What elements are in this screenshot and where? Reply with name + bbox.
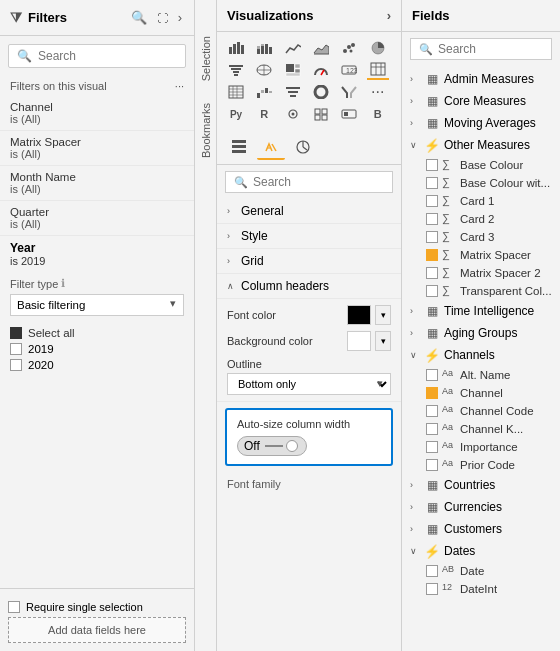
- format-grid[interactable]: › Grid: [217, 249, 401, 274]
- viz-icon-donut[interactable]: [310, 82, 332, 102]
- tree-item-transparent[interactable]: ∑ Transparent Col...: [402, 282, 560, 300]
- auto-size-toggle[interactable]: Off: [237, 436, 307, 456]
- filters-search-icon[interactable]: 🔍: [129, 8, 149, 27]
- filters-expand-icon[interactable]: ⛶: [155, 10, 170, 26]
- tree-group-core-header[interactable]: › ▦ Core Measures: [402, 90, 560, 112]
- bg-color-dropdown[interactable]: ▾: [375, 331, 391, 351]
- tree-group-channels-header[interactable]: ∨ ⚡ Channels: [402, 344, 560, 366]
- tree-item-channel-k[interactable]: Aa Channel K...: [402, 420, 560, 438]
- checkbox-2019-box[interactable]: [10, 343, 22, 355]
- viz-icon-ai[interactable]: [282, 104, 304, 124]
- viz-tab-analytics[interactable]: [289, 134, 317, 160]
- card2-checkbox[interactable]: [426, 213, 438, 225]
- viz-icon-area[interactable]: [310, 38, 332, 58]
- viz-icon-stacked-bar[interactable]: [253, 38, 275, 58]
- viz-icon-treemap[interactable]: [282, 60, 304, 80]
- viz-icon-card[interactable]: 123: [338, 60, 360, 80]
- format-style[interactable]: › Style: [217, 224, 401, 249]
- outline-select[interactable]: Bottom only: [227, 373, 391, 395]
- viz-icon-bar[interactable]: [225, 38, 247, 58]
- tree-group-other-header[interactable]: ∨ ⚡ Other Measures: [402, 134, 560, 156]
- viz-icon-matrix[interactable]: [225, 82, 247, 102]
- viz-arrow-icon[interactable]: ›: [387, 8, 391, 23]
- tree-item-matrix-spacer[interactable]: ∑ Matrix Spacer: [402, 246, 560, 264]
- tree-item-base-colour[interactable]: ∑ Base Colour: [402, 156, 560, 174]
- tree-group-admin-header[interactable]: › ▦ Admin Measures: [402, 68, 560, 90]
- require-selection-checkbox[interactable]: [8, 601, 20, 613]
- viz-icon-scatter[interactable]: [338, 38, 360, 58]
- base-colour-wit-checkbox[interactable]: [426, 177, 438, 189]
- viz-icon-table[interactable]: [367, 60, 389, 80]
- viz-icon-more[interactable]: ···: [367, 82, 389, 102]
- select-all-item[interactable]: Select all: [10, 325, 184, 341]
- viz-icon-ribbon[interactable]: [338, 82, 360, 102]
- tree-item-base-colour-wit[interactable]: ∑ Base Colour wit...: [402, 174, 560, 192]
- format-column-headers[interactable]: ∧ Column headers: [217, 274, 401, 299]
- matrix-spacer2-checkbox[interactable]: [426, 267, 438, 279]
- tree-group-aging-header[interactable]: › ▦ Aging Groups: [402, 322, 560, 344]
- tree-group-countries-header[interactable]: › ▦ Countries: [402, 474, 560, 496]
- tree-group-customers-header[interactable]: › ▦ Customers: [402, 518, 560, 540]
- date-checkbox[interactable]: [426, 565, 438, 577]
- importance-checkbox[interactable]: [426, 441, 438, 453]
- select-all-checkbox[interactable]: [10, 327, 22, 339]
- channel-checkbox[interactable]: [426, 387, 438, 399]
- tree-group-moving-header[interactable]: › ▦ Moving Averages: [402, 112, 560, 134]
- viz-icon-funnel[interactable]: [225, 60, 247, 80]
- selection-tab[interactable]: Selection: [198, 30, 214, 87]
- fields-search-input[interactable]: [438, 42, 560, 56]
- channel-code-checkbox[interactable]: [426, 405, 438, 417]
- format-general[interactable]: › General: [217, 199, 401, 224]
- tree-item-date[interactable]: AB Date: [402, 562, 560, 580]
- bg-color-box[interactable]: [347, 331, 371, 351]
- tree-item-date-int[interactable]: 12 DateInt: [402, 580, 560, 598]
- tree-item-alt-name[interactable]: Aa Alt. Name: [402, 366, 560, 384]
- viz-icon-map[interactable]: [253, 60, 275, 80]
- viz-icon-filter-viz[interactable]: [282, 82, 304, 102]
- tree-item-prior-code[interactable]: Aa Prior Code: [402, 456, 560, 474]
- add-fields-button[interactable]: Add data fields here: [8, 617, 186, 643]
- transparent-checkbox[interactable]: [426, 285, 438, 297]
- alt-name-checkbox[interactable]: [426, 369, 438, 381]
- bookmarks-tab[interactable]: Bookmarks: [198, 97, 214, 164]
- font-color-box[interactable]: [347, 305, 371, 325]
- tree-item-card1[interactable]: ∑ Card 1: [402, 192, 560, 210]
- toggle-circle[interactable]: [286, 440, 298, 452]
- viz-icon-python[interactable]: Py: [225, 104, 247, 124]
- tree-item-channel[interactable]: Aa Channel: [402, 384, 560, 402]
- viz-icon-gauge[interactable]: [310, 60, 332, 80]
- card3-checkbox[interactable]: [426, 231, 438, 243]
- filters-search-input[interactable]: [38, 49, 188, 63]
- prior-code-checkbox[interactable]: [426, 459, 438, 471]
- tree-item-card2[interactable]: ∑ Card 2: [402, 210, 560, 228]
- tree-group-time-header[interactable]: › ▦ Time Intelligence: [402, 300, 560, 322]
- date-int-checkbox[interactable]: [426, 583, 438, 595]
- card1-checkbox[interactable]: [426, 195, 438, 207]
- viz-icon-custom2[interactable]: [338, 104, 360, 124]
- filter-type-select[interactable]: Basic filtering: [10, 294, 184, 316]
- matrix-spacer-checkbox[interactable]: [426, 249, 438, 261]
- viz-icon-line[interactable]: [282, 38, 304, 58]
- checkbox-2019[interactable]: 2019: [10, 341, 184, 357]
- viz-icon-waterfall[interactable]: [253, 82, 275, 102]
- tree-group-currencies-header[interactable]: › ▦ Currencies: [402, 496, 560, 518]
- viz-search-input[interactable]: [253, 175, 402, 189]
- filters-on-visual-ellipsis[interactable]: ···: [175, 80, 184, 92]
- tree-item-importance[interactable]: Aa Importance: [402, 438, 560, 456]
- tree-group-dates-header[interactable]: ∨ ⚡ Dates: [402, 540, 560, 562]
- base-colour-checkbox[interactable]: [426, 159, 438, 171]
- tree-item-channel-code[interactable]: Aa Channel Code: [402, 402, 560, 420]
- viz-icon-custom1[interactable]: [310, 104, 332, 124]
- viz-tab-format[interactable]: [257, 134, 285, 160]
- filters-arrow-icon[interactable]: ›: [176, 8, 184, 27]
- channel-k-checkbox[interactable]: [426, 423, 438, 435]
- checkbox-2020-box[interactable]: [10, 359, 22, 371]
- viz-icon-bold[interactable]: B: [367, 104, 389, 124]
- viz-icon-r[interactable]: R: [253, 104, 275, 124]
- viz-tab-fields[interactable]: [225, 134, 253, 160]
- font-color-dropdown[interactable]: ▾: [375, 305, 391, 325]
- viz-icon-pie[interactable]: [367, 38, 389, 58]
- tree-item-card3[interactable]: ∑ Card 3: [402, 228, 560, 246]
- tree-item-matrix-spacer2[interactable]: ∑ Matrix Spacer 2: [402, 264, 560, 282]
- checkbox-2020[interactable]: 2020: [10, 357, 184, 373]
